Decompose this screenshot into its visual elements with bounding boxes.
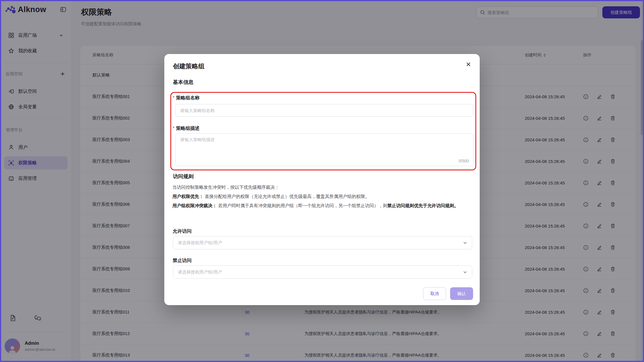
- create-policy-group-modal: 创建策略组 ✕ 基本信息 *策略组名称 *策略组描述 0/500 访问规则 当访…: [164, 54, 480, 305]
- policy-name-input[interactable]: [175, 104, 473, 117]
- cancel-button[interactable]: 取消: [423, 287, 446, 300]
- deny-access-select[interactable]: 请选择授权用户组/用户: [173, 265, 472, 279]
- policy-desc-label: *策略组描述: [173, 125, 200, 132]
- policy-desc-textarea[interactable]: [175, 133, 473, 166]
- required-asterisk: *: [173, 126, 174, 131]
- deny-access-label: 禁止访问: [173, 257, 192, 264]
- chevron-down-icon: [463, 270, 467, 274]
- char-counter: 0/500: [459, 159, 469, 163]
- allow-access-label: 允许访问: [173, 228, 192, 234]
- policy-name-label: *策略组名称: [173, 95, 200, 101]
- access-rules-text: 当访问控制策略发生冲突时，按以下优先级顺序裁决：用户权限优先： 直接分配给用户的…: [172, 183, 472, 210]
- basic-info-section-title: 基本信息: [173, 79, 194, 86]
- required-asterisk: *: [173, 95, 174, 100]
- modal-title: 创建策略组: [173, 62, 205, 71]
- access-rules-section-title: 访问规则: [173, 173, 194, 180]
- chevron-down-icon: [463, 240, 467, 245]
- close-icon[interactable]: ✕: [466, 61, 471, 68]
- allow-access-select[interactable]: 请选择授权用户组/用户: [173, 236, 472, 249]
- confirm-button[interactable]: 确认: [450, 287, 473, 300]
